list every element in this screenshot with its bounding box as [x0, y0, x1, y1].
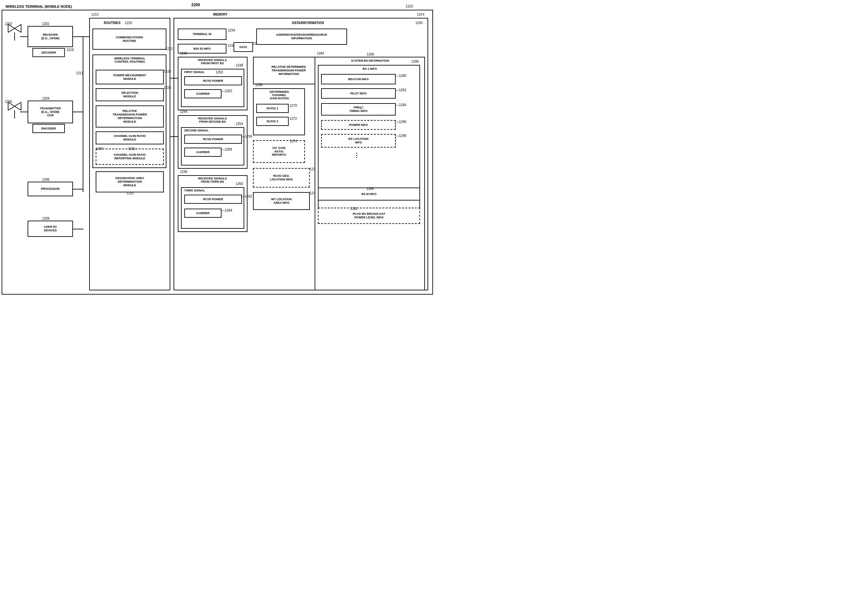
carrier1-ref: —1252 [221, 89, 232, 93]
rcvd-third-outer-ref: 1246 [180, 170, 187, 174]
second-signal-label: SECOND SIGNAL [184, 129, 208, 132]
carrier1-box: CARRIER [184, 89, 221, 98]
rcvd-second-outer-ref: 1244 [180, 110, 187, 114]
ellipsis: ⋮ [354, 152, 359, 159]
ch-gain-box: CHANNEL GAIN RATIOMODULE [96, 132, 164, 144]
decoder-box: DECODER [32, 48, 65, 57]
geo-area-ref: 1232 [127, 191, 134, 195]
rcvd-third-label: RECEIVED SIGNALSFROM THIRD BS [180, 177, 245, 183]
h-routines-mem2 [170, 136, 178, 137]
beacon-info-box: BEACON INFO [321, 74, 396, 84]
carrier3-box: CARRIER [184, 209, 221, 218]
ratio2-ref: 1272 [290, 117, 297, 120]
first-signal-outer-ref: 1248 [236, 64, 243, 67]
rel-det-tx-box: RELATIVE DETERMINEDTRANSMISSION POWERINF… [253, 57, 324, 84]
wireless-terminal-ref: 1210 [406, 4, 413, 8]
bs-location-ref: —1298 [396, 134, 406, 138]
rel-det-tx-ref: 1266 [367, 53, 374, 56]
routines-label: ROUTINES [104, 21, 121, 25]
ch-gain-reporting-box: CHANNEL GAIN RATIOREPORTING MODULE [96, 149, 164, 165]
det-ch-gain-label: DETERMINEDCHANNELGAIN RATIOS [255, 90, 303, 100]
selection-box: SELECTIONMODULE [96, 88, 164, 101]
first-signal-outer: 1248 [181, 69, 244, 107]
routines-ref-label: 1212 [92, 13, 99, 16]
h-recv-vert [73, 36, 89, 37]
user-io-ref: 1208 [42, 217, 49, 220]
carrier2-ref: —1258 [221, 148, 232, 151]
first-signal-ref: 1250 [216, 70, 223, 74]
wt-location-box: WT LOCATIONAREA INFO [253, 192, 310, 210]
memory-ref-label: 1214 [417, 13, 424, 16]
user-device-box: USER/DEVICE/SESSION/RESOURCEINFORMATION [256, 28, 347, 45]
third-signal-outer-ref: 1260 [236, 182, 243, 186]
ratio1-ref: 1270 [290, 104, 297, 107]
wt-control-label: WIRELESS TERMINALCONTROL ROUTINES [96, 57, 164, 63]
processor-ref: 1206 [42, 178, 49, 181]
pilot-info-box: PILOT INFO [321, 88, 396, 99]
diagram-container: 2200 WIRELESS TERMINAL (MOBILE NODE) 121… [0, 0, 434, 299]
bs1-label: BS 1 INFO [321, 67, 418, 70]
h-line-processor [73, 189, 83, 189]
memory-label: MEMORY [213, 13, 228, 16]
det-ch-gain-ref: 1268 [255, 83, 263, 87]
power-info-ref: —1296 [396, 120, 406, 124]
ratio1-box: RATIO 1 [256, 104, 289, 113]
encoder-box: ENCODER [32, 124, 65, 133]
receiver-ref: 1202 [42, 22, 49, 26]
data-info-label: DATA/INFORMATION [292, 21, 324, 25]
antenna1 [6, 23, 23, 42]
power-meas-ref: 1228 [164, 70, 171, 73]
rcvd-power2-box: RCVD POWER [184, 135, 242, 144]
third-signal-label: THIRD SIGNAL [184, 189, 205, 192]
h-ant1-recv [20, 36, 28, 37]
ch-gain-reports-box: CH. GAINRATIOREPORTS [253, 140, 305, 163]
second-signal-outer: 1254 [181, 127, 244, 166]
power-info-box: POWER INFO [321, 120, 396, 130]
main-ref-label: 2200 [191, 3, 200, 7]
power-meas-box: POWER MEASURMENTMODULE [96, 70, 164, 84]
second-signal-outer-ref: 1254 [236, 122, 243, 126]
sys-bs-ref-label: 1284 [317, 52, 324, 55]
h-ant2-trans [20, 112, 28, 112]
rcvd-geo-box: RCVD GEO.LOCATION INFO [253, 168, 310, 188]
rcvd-second-label: RECEIVED SIGNALSFROM SECOND BS [180, 117, 245, 123]
bs-location-box: BS LOCATIONINFO [321, 134, 396, 148]
rcvd-power1-box: RCVD POWER [184, 76, 242, 85]
comm-routine-box: COMMUNICATIONSROUTINE [93, 28, 167, 50]
ch-gain-reports-ref: 1274 [290, 139, 297, 143]
geo-area-box: GEOGRAPHIC AREADETERMINATIONMODULE [96, 171, 164, 192]
user-io-box: USER I/ODEVICES [28, 220, 73, 237]
freq-timing-box: FREQ./TIMING INFO [321, 103, 396, 115]
h-routines-mem1 [170, 78, 178, 78]
ch-gain-reporting-ref2: 1231 [128, 147, 135, 151]
processor-box: PROCESSOR [28, 182, 73, 196]
data-info-ref: 1240 [415, 21, 423, 25]
rcvd-power2-ref: —1256 [242, 135, 252, 138]
rel-tx-box: RELATIVETRANSMISSION POWERDETERMINATIONM… [96, 105, 164, 127]
decoder-ref: 1216 [66, 48, 74, 52]
antenna2 [6, 101, 23, 120]
rcvd-bs-broadcast-box: RCVD BS BROADCASTPOWER LEVEL INFO [318, 208, 420, 224]
h-line-userio [73, 229, 83, 229]
ref-1211: 1211 [76, 71, 83, 75]
rcvd-first-outer-ref: 1242 [180, 52, 187, 55]
transmitter-box: TRANSMITTER(E.G., OFDM)1218 [28, 101, 73, 123]
left-vertical-line [83, 36, 83, 192]
third-signal-outer: 1260 [181, 187, 244, 229]
rcvd-power3-box: RCVD POWER [184, 195, 242, 204]
bs-m-info-ref: 1288 [366, 187, 373, 191]
terminal-id-box: TERMINAL ID [178, 28, 226, 40]
rcvd-bs-broadcast-ref: 1282 [350, 207, 357, 211]
beacon-info-ref: —1290 [396, 74, 406, 78]
terminal-id-ref: 1234 [228, 28, 235, 32]
ratio2-box: RATIO 2 [256, 117, 289, 126]
carrier3-ref: —1264 [221, 209, 232, 212]
freq-timing-ref: —1294 [396, 103, 406, 107]
antenna2-ref: 1205 [5, 100, 12, 104]
antenna1-ref: 1203 [5, 22, 12, 26]
routines-ref-num: 1220 [125, 21, 132, 25]
sys-bs-label: SYSTEM BS INFORMATION [317, 59, 423, 62]
h-line-transmitter [73, 112, 83, 112]
selection-ref: 1226 [164, 86, 171, 90]
transmitter-ref: 1204 [42, 97, 49, 100]
